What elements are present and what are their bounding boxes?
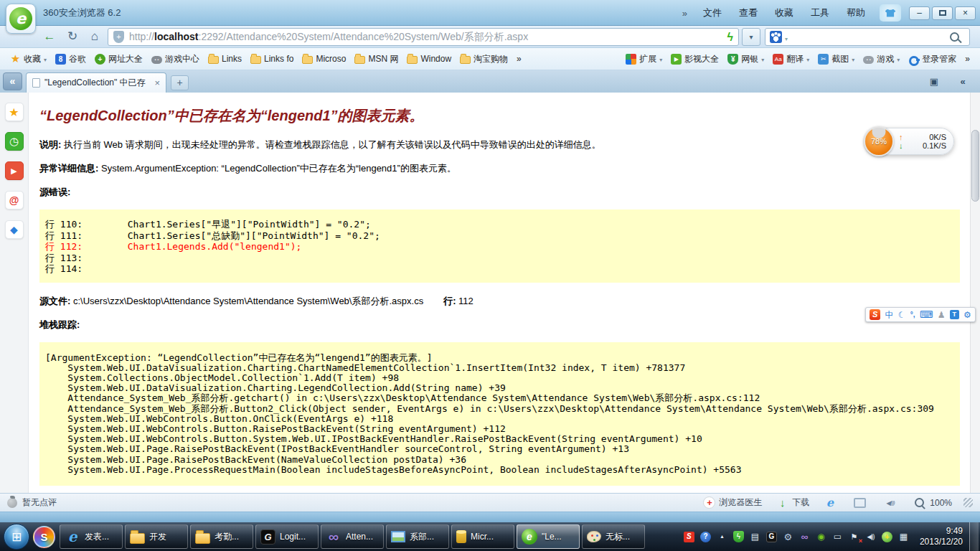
skin-icon[interactable]: [880, 4, 901, 22]
tab-close-icon[interactable]: ×: [154, 78, 160, 88]
speed-monitor[interactable]: 78% 0K/S 0.1K/S: [865, 128, 954, 155]
tray-icon[interactable]: S: [684, 532, 694, 542]
bookmark-tool-item[interactable]: 截图: [814, 52, 859, 67]
tray-icon[interactable]: ◀)): [865, 531, 876, 542]
tray-icon[interactable]: ▭: [832, 531, 843, 542]
search-box[interactable]: [765, 28, 970, 46]
menu-overflow-icon[interactable]: »: [682, 8, 687, 19]
ime-icon[interactable]: ⚙: [963, 311, 971, 319]
minimize-button[interactable]: –: [909, 6, 930, 20]
tray-icon[interactable]: ϟ: [733, 531, 744, 542]
bookmark-item[interactable]: Links fo: [246, 52, 298, 65]
tray-icon[interactable]: ▴: [717, 531, 727, 542]
bookmark-tool-item[interactable]: 登录管家: [904, 52, 961, 67]
weibo-at-icon[interactable]: [5, 191, 24, 209]
statusbar-item[interactable]: 浏览器医生: [703, 496, 762, 509]
taskbar-button[interactable]: 开发: [125, 524, 188, 549]
address-bar[interactable]: http://localhost:2292/Attendance%20Syste…: [108, 28, 739, 46]
tray-icon[interactable]: ?: [700, 532, 711, 542]
taskbar-button[interactable]: Atten...: [321, 524, 384, 549]
ime-icon[interactable]: T: [950, 310, 959, 319]
tray-icon[interactable]: ▦: [898, 531, 909, 542]
bookmark-item[interactable]: 收藏: [6, 52, 51, 67]
bookmark-item[interactable]: »: [512, 52, 526, 65]
bookmark-item[interactable]: 淘宝购物: [456, 52, 512, 67]
menu-item[interactable]: 查看: [730, 6, 766, 19]
ime-icon[interactable]: ⌨: [920, 310, 933, 319]
bookmark-tool-item[interactable]: 影视大全: [666, 52, 723, 67]
sogou-launcher-icon[interactable]: [33, 526, 55, 548]
resize-grip[interactable]: [963, 498, 973, 507]
collapse-tabs-button[interactable]: [3, 72, 22, 90]
statusbar-item[interactable]: 100%: [914, 496, 952, 509]
tray-icon[interactable]: ◉: [816, 531, 826, 542]
rating-tomato-icon[interactable]: [7, 498, 17, 508]
ime-icon[interactable]: ☾: [898, 311, 906, 319]
taskbar-button[interactable]: Logit...: [255, 524, 319, 549]
taskbar-button[interactable]: "Le...: [517, 524, 580, 549]
video-icon[interactable]: [5, 161, 24, 180]
scrollbar[interactable]: [970, 93, 980, 493]
search-engine-dropdown-icon[interactable]: [785, 31, 788, 44]
bookmark-tool-item[interactable]: 翻译: [768, 52, 814, 67]
speedup-lightning-icon[interactable]: [727, 31, 733, 44]
maximize-button[interactable]: [932, 6, 953, 20]
menu-item[interactable]: 帮助: [838, 6, 874, 19]
url-text[interactable]: http://localhost:2292/Attendance%20Syste…: [129, 31, 722, 44]
tray-icon[interactable]: ⚙: [783, 531, 793, 542]
menu-item[interactable]: 收藏: [766, 6, 802, 19]
new-tab-button[interactable]: +: [171, 75, 189, 90]
taskbar-clock[interactable]: 9:49 2013/12/20: [913, 526, 969, 547]
search-icon[interactable]: [950, 32, 959, 42]
tray-icon[interactable]: +: [882, 532, 892, 542]
bookmark-tool-item[interactable]: 网银: [723, 52, 768, 67]
tray-icon[interactable]: G: [766, 532, 777, 542]
taskbar-button[interactable]: 考勤...: [190, 524, 253, 549]
bookmark-item[interactable]: 谷歌: [51, 52, 90, 67]
menu-item[interactable]: 文件: [694, 6, 730, 19]
tab-active[interactable]: "LegendCollection" 中已存 ×: [26, 72, 166, 93]
tray-icon[interactable]: ▤: [750, 531, 760, 542]
apps-icon[interactable]: [5, 220, 24, 239]
tray-icon[interactable]: ∞: [799, 531, 810, 542]
taskbar-button[interactable]: 发表...: [60, 524, 123, 549]
bookmark-item[interactable]: Links: [204, 52, 246, 65]
taskbar-button[interactable]: Micr...: [451, 524, 514, 549]
search-input[interactable]: [791, 32, 947, 42]
bookmark-item[interactable]: 网址大全: [90, 52, 147, 67]
tray-icon[interactable]: ⚑: [849, 531, 859, 542]
bookmark-item[interactable]: Window: [402, 52, 456, 65]
show-desktop-button[interactable]: [969, 522, 979, 551]
statusbar-item[interactable]: [884, 496, 900, 509]
start-button[interactable]: [4, 524, 29, 550]
taskbar-button[interactable]: 系部...: [386, 524, 449, 549]
bookmark-tool-item[interactable]: 扩展: [621, 52, 666, 67]
favorites-star-icon[interactable]: [5, 103, 24, 121]
statusbar-item[interactable]: [854, 496, 870, 509]
menu-item[interactable]: 工具: [802, 6, 838, 19]
memory-percent-badge[interactable]: 78%: [864, 126, 894, 156]
history-clock-icon[interactable]: [5, 132, 24, 151]
ime-icon[interactable]: S: [870, 309, 880, 320]
refresh-button[interactable]: [63, 28, 82, 45]
url-dropdown-button[interactable]: [742, 28, 760, 46]
restore-tab-icon[interactable]: [954, 75, 971, 89]
ime-icon[interactable]: 中: [885, 311, 893, 319]
bookmark-item[interactable]: MSN 网: [350, 52, 402, 67]
tab-list-icon[interactable]: [925, 75, 943, 89]
home-button[interactable]: [85, 28, 104, 45]
bookmark-item[interactable]: Microso: [298, 52, 350, 65]
bookmark-tool-item[interactable]: »: [961, 52, 974, 65]
back-button[interactable]: [40, 28, 59, 45]
taskbar-button[interactable]: 无标...: [582, 524, 645, 549]
statusbar-item[interactable]: [824, 496, 839, 509]
bookmark-tool-item[interactable]: 游戏: [859, 52, 904, 67]
close-button[interactable]: ×: [955, 6, 976, 20]
browser-logo-icon[interactable]: e: [6, 4, 36, 34]
scrollbar-thumb[interactable]: [971, 130, 979, 202]
ime-icon[interactable]: °,: [910, 311, 915, 319]
statusbar-item[interactable]: 下载: [776, 496, 809, 509]
security-shield-icon[interactable]: [113, 31, 124, 43]
ime-icon[interactable]: ♟: [938, 311, 946, 319]
bookmark-item[interactable]: 游戏中心: [147, 52, 204, 67]
